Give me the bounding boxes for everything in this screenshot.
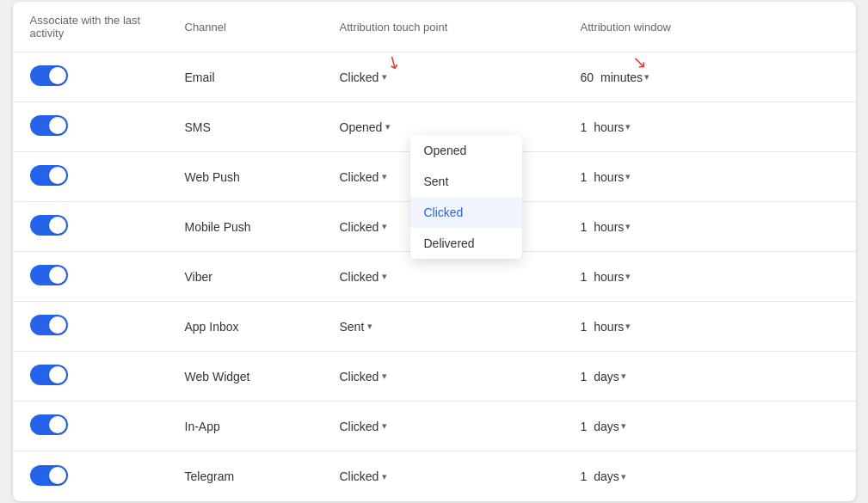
touchpoint-value-app-inbox: Sent xyxy=(340,320,365,334)
touchpoint-dropdown-mobile-push[interactable]: Clicked▾ xyxy=(340,220,388,234)
chevron-icon: ▾ xyxy=(385,121,391,132)
chevron-icon: ▾ xyxy=(382,471,387,482)
window-cell-web-push: 1hours ▾ xyxy=(563,152,856,202)
channel-sms: SMS xyxy=(168,102,323,152)
unit-chevron-icon: ▾ xyxy=(644,71,649,83)
settings-card: Associate with the last activity Channel… xyxy=(13,2,856,501)
unit-label: hours xyxy=(594,320,624,334)
toggle-cell-email xyxy=(13,52,168,102)
window-cell-telegram: 1days ▾ xyxy=(563,451,856,501)
touchpoint-value-viber: Clicked xyxy=(340,270,379,284)
header-channel: Channel xyxy=(168,2,323,52)
dropdown-option-delivered[interactable]: Delivered xyxy=(410,228,522,259)
channel-web-widget: Web Widget xyxy=(168,352,323,402)
touchpoint-dropdown-web-widget[interactable]: Clicked▾ xyxy=(340,370,388,383)
touchpoint-dropdown-email[interactable]: Clicked▾ xyxy=(340,71,388,84)
header-associate: Associate with the last activity xyxy=(13,2,168,52)
unit-chevron-icon: ▾ xyxy=(625,321,631,332)
window-value-email: 60 xyxy=(581,71,594,84)
unit-label: hours xyxy=(594,120,624,134)
toggle-email[interactable] xyxy=(30,65,68,86)
touchpoint-dropdown-telegram[interactable]: Clicked▾ xyxy=(340,469,388,483)
window-cell-web-widget: 1days ▾ xyxy=(563,352,856,402)
window-unit-app-inbox[interactable]: hours ▾ xyxy=(594,320,631,334)
touchpoint-value-email: Clicked xyxy=(340,71,379,84)
annotation-arrow-window: ↘ xyxy=(632,52,647,72)
dropdown-option-opened[interactable]: Opened xyxy=(410,135,522,166)
channel-email: Email xyxy=(168,52,323,102)
window-value-telegram: 1 xyxy=(581,469,588,483)
touchpoint-dropdown-sms[interactable]: Opened▾ xyxy=(340,120,391,134)
toggle-cell-viber xyxy=(13,252,168,302)
toggle-mobile-push[interactable] xyxy=(30,215,68,236)
channel-app-inbox: App Inbox xyxy=(168,302,323,352)
toggle-viber[interactable] xyxy=(30,265,68,285)
dropdown-option-clicked[interactable]: Clicked xyxy=(410,197,522,228)
window-cell-in-app: 1days ▾ xyxy=(563,402,856,451)
channel-telegram: Telegram xyxy=(168,451,323,501)
chevron-icon: ▾ xyxy=(382,271,387,282)
window-unit-sms[interactable]: hours ▾ xyxy=(594,120,631,134)
window-unit-mobile-push[interactable]: hours ▾ xyxy=(594,220,631,234)
window-value-web-push: 1 xyxy=(581,170,588,184)
toggle-cell-web-widget xyxy=(13,352,168,402)
toggle-cell-web-push xyxy=(13,152,168,202)
touchpoint-value-mobile-push: Clicked xyxy=(340,220,379,234)
unit-label: days xyxy=(594,370,619,383)
window-value-web-widget: 1 xyxy=(581,370,588,383)
unit-label: hours xyxy=(594,170,624,184)
header-window: Attribution window xyxy=(563,2,856,52)
touchpoint-dropdown-in-app[interactable]: Clicked▾ xyxy=(340,420,388,433)
touchpoint-cell-telegram: Clicked▾ xyxy=(323,451,563,501)
toggle-telegram[interactable] xyxy=(30,465,68,486)
unit-label: hours xyxy=(594,270,624,284)
window-value-in-app: 1 xyxy=(581,420,588,433)
toggle-in-app[interactable] xyxy=(30,414,68,435)
toggle-cell-in-app xyxy=(13,402,168,451)
unit-label: days xyxy=(594,420,619,433)
window-unit-email[interactable]: minutes ▾ xyxy=(600,71,649,84)
window-cell-app-inbox: 1hours ▾ xyxy=(563,302,856,352)
touchpoint-value-telegram: Clicked xyxy=(340,469,379,483)
touchpoint-dropdown-viber[interactable]: Clicked▾ xyxy=(340,270,388,284)
toggle-app-inbox[interactable] xyxy=(30,315,68,335)
touchpoint-dropdown-app-inbox[interactable]: Sent▾ xyxy=(340,320,373,334)
toggle-web-widget[interactable] xyxy=(30,365,68,385)
touchpoint-cell-email: Clicked▾↘ xyxy=(323,52,563,102)
window-cell-viber: 1hours ▾ xyxy=(563,252,856,302)
touchpoint-cell-in-app: Clicked▾ xyxy=(323,402,563,451)
chevron-icon: ▾ xyxy=(382,221,387,232)
dropdown-option-sent[interactable]: Sent xyxy=(410,166,522,197)
window-value-mobile-push: 1 xyxy=(581,220,588,234)
toggle-cell-sms xyxy=(13,102,168,152)
toggle-sms[interactable] xyxy=(30,115,68,136)
unit-label: hours xyxy=(594,220,624,234)
window-cell-email: 60minutes ▾↘ xyxy=(563,52,856,102)
touchpoint-value-in-app: Clicked xyxy=(340,420,379,433)
touchpoint-cell-web-widget: Clicked▾ xyxy=(323,352,563,402)
table-row-viber: ViberClicked▾1hours ▾ xyxy=(13,252,856,302)
chevron-icon: ▾ xyxy=(382,420,387,432)
chevron-icon: ▾ xyxy=(382,371,387,382)
window-unit-web-push[interactable]: hours ▾ xyxy=(594,170,631,184)
channel-mobile-push: Mobile Push xyxy=(168,202,323,252)
toggle-web-push[interactable] xyxy=(30,165,68,186)
window-value-app-inbox: 1 xyxy=(581,320,588,334)
unit-chevron-icon: ▾ xyxy=(621,471,626,482)
touchpoint-cell-viber: Clicked▾ xyxy=(323,252,563,302)
toggle-cell-telegram xyxy=(13,451,168,501)
table-row-email: EmailClicked▾↘60minutes ▾↘ xyxy=(13,52,856,102)
header-touchpoint: Attribution touch point xyxy=(323,2,563,52)
window-unit-in-app[interactable]: days ▾ xyxy=(594,420,626,433)
unit-label: days xyxy=(594,469,619,483)
unit-chevron-icon: ▾ xyxy=(621,371,626,382)
touchpoint-value-sms: Opened xyxy=(340,120,383,134)
window-unit-viber[interactable]: hours ▾ xyxy=(594,270,631,284)
window-unit-telegram[interactable]: days ▾ xyxy=(594,469,626,483)
window-unit-web-widget[interactable]: days ▾ xyxy=(594,370,626,383)
touchpoint-dropdown-web-push[interactable]: Clicked▾ xyxy=(340,170,388,184)
unit-chevron-icon: ▾ xyxy=(621,420,626,432)
channel-viber: Viber xyxy=(168,252,323,302)
chevron-icon: ▾ xyxy=(382,171,387,182)
channel-web-push: Web Push xyxy=(168,152,323,202)
